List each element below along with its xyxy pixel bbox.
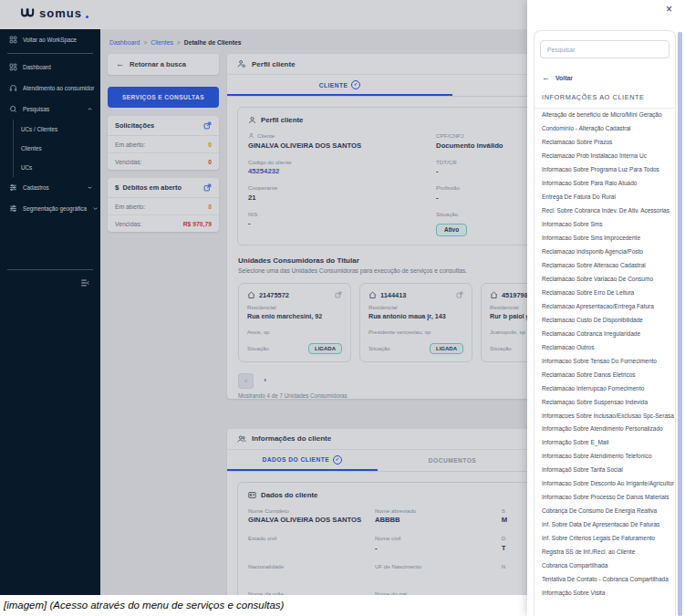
drawer-list-item[interactable]: Cobranca Compartilhada xyxy=(535,559,675,573)
chevron-down-icon xyxy=(87,184,93,191)
drawer-list-item[interactable]: Informação Sobre Visita xyxy=(535,587,675,600)
sidebar-item-segmentacao[interactable]: Segmentação geográfica xyxy=(0,198,100,219)
uc-status-badge: LIGADA xyxy=(430,343,463,354)
uc-type: Residencial xyxy=(247,304,342,310)
stat-value: 8 xyxy=(208,204,212,210)
drawer-list-item[interactable]: Reclamacao Apresentacao/Entrega Fatura xyxy=(535,300,675,314)
debitos-em-aberto-row: Em aberto: 8 xyxy=(108,198,219,215)
drawer-list-item[interactable]: Alteração de beneficio de Micro/Mini Ger… xyxy=(535,109,675,122)
drawer-list-item[interactable]: Informaçaõ Sobre Tarifa Social xyxy=(535,464,675,477)
drawer-list-item[interactable]: Reclamacao Outros xyxy=(535,340,675,354)
home-icon xyxy=(368,291,377,299)
sidebar-submenu-pesquisas: UCs / Clientes Clientes UCs xyxy=(13,120,100,177)
uc-number: 21475572 xyxy=(259,291,289,299)
drawer-list-item[interactable]: Informacao Sobre Sms xyxy=(535,218,675,232)
drawer-list-item[interactable]: Reclamacao Custo De Disponibilidade xyxy=(535,314,675,328)
stat-label: Em aberto: xyxy=(115,204,145,210)
drawer-list-item[interactable]: Informação Sobre Atendimento Personaliza… xyxy=(535,423,675,436)
sidebar-item-dashboard[interactable]: Dashboard xyxy=(0,57,100,78)
drawer-list-item[interactable]: Entrega De Fatura Do Rural xyxy=(535,191,675,204)
drawer-list-item[interactable]: Reclamacao Indisponib Agencia/Posto xyxy=(535,245,675,259)
tab-dados-do-cliente[interactable]: DADOS DO CLIENTE ✓ xyxy=(227,450,378,471)
drawer-list-item[interactable]: Reclamacao Sobre Alteracao Cadastral xyxy=(535,259,675,273)
sidebar-item-label: Segmentação geográfica xyxy=(23,205,87,212)
field-nome-civil: Nome civil- xyxy=(375,535,502,552)
field-cliente: Cliente GINALVA OLIVEIRA DOS SANTOS xyxy=(248,132,436,150)
pagination-next-button[interactable]: › xyxy=(258,373,272,387)
person-icon xyxy=(248,132,254,139)
check-circle-icon: ✓ xyxy=(351,80,360,89)
sidebar-item-label: Voltar ao WorkSpace xyxy=(23,37,77,43)
sidebar-subitem-label: UCs / Clientes xyxy=(21,126,57,132)
uc-card[interactable]: 1144413 Residencial Rua antonio maua jr,… xyxy=(359,283,472,362)
sidebar-item-ucs[interactable]: UCs xyxy=(14,158,100,177)
uc-status-badge: LIGADA xyxy=(308,343,342,354)
sidebar: Voltar ao WorkSpace Dashboard Atendiment… xyxy=(0,29,100,595)
drawer-list-item[interactable]: Informacao Sobre Sms Improcedente xyxy=(535,232,675,245)
drawer-list-item[interactable]: Reclamacao Sobre Variacao De Consumo xyxy=(535,273,675,287)
somus-logo: somus xyxy=(20,7,88,19)
drawer-list-item[interactable]: Tentativa De Contato - Cobranca Comparti… xyxy=(535,573,675,587)
sidebar-item-label: Dashboard xyxy=(23,64,51,70)
person-icon xyxy=(248,116,256,124)
uc-number: 1144413 xyxy=(380,291,406,299)
drawer-list-item[interactable]: Inf. Sobre Criterios Legais De Faturamen… xyxy=(535,532,675,546)
services-drawer: × ← Voltar INFORMAÇÕES AO CLIENTE Altera… xyxy=(527,0,685,616)
drawer-scrollbar[interactable] xyxy=(678,32,682,616)
tab-cliente[interactable]: CLIENTE ✓ xyxy=(227,75,452,96)
tab-documentos[interactable]: DOCUMENTOS xyxy=(378,450,528,471)
sidebar-item-cadastros[interactable]: Cadastros xyxy=(0,177,100,198)
drawer-list-item[interactable]: Reclamacao Sobre Prazos xyxy=(535,136,675,150)
drawer-list-item[interactable]: Inf. Sobre Data De Apresentacao De Fatur… xyxy=(535,518,675,532)
external-link-icon[interactable] xyxy=(335,291,342,298)
return-to-search-button[interactable]: ← Retornar a busca xyxy=(108,54,219,75)
drawer-list-item[interactable]: Informacao Sobre Programa Luz Para Todos xyxy=(535,163,675,177)
back-button[interactable]: ← Voltar xyxy=(535,60,675,89)
somus-logo-icon xyxy=(20,7,36,19)
drawer-list: Alteração de beneficio de Micro/Mini Ger… xyxy=(535,109,675,600)
breadcrumb-clientes[interactable]: Clientes xyxy=(150,39,173,46)
services-and-queries-button[interactable]: SERVIÇOS E CONSULTAS xyxy=(108,87,219,108)
drawer-list-item[interactable]: Informação Sobre E_Mail xyxy=(535,436,675,450)
drawer-list-item[interactable]: Informacao Sobre Atendimento Telefonico xyxy=(535,450,675,464)
drawer-list-item[interactable]: Recl. Sobre Cobranca Indev. De Ativ. Ace… xyxy=(535,204,675,218)
arrow-left-icon: ← xyxy=(542,75,550,81)
external-link-icon[interactable] xyxy=(456,291,463,298)
uc-card[interactable]: 21475572 Residencial Rua enio marchesini… xyxy=(238,283,351,362)
drawer-list-item[interactable]: Registra SS de Inf./Recl. ao Cliente xyxy=(535,546,675,559)
drawer-list-item[interactable]: Informacoes Sobre Inclusao/Exclusao Spc-… xyxy=(535,409,675,423)
stat-value: R$ 970,79 xyxy=(183,221,212,227)
drawer-list-item[interactable]: Reclamacao Prob Instalacao Interna Uc xyxy=(535,150,675,163)
close-icon[interactable]: × xyxy=(666,3,672,16)
drawer-list-item[interactable]: Reclamacao Sobre Danos Eletricos xyxy=(535,368,675,381)
drawer-list-item[interactable]: Informacao Sobre Tensao Do Fornecimento xyxy=(535,354,675,368)
pagination-prev-button[interactable]: ‹ xyxy=(238,373,254,389)
drawer-list-item[interactable]: Reclamacao Sobre Erro De Leitura xyxy=(535,287,675,300)
logo-dot xyxy=(86,16,89,19)
stat-label: Em aberto: xyxy=(115,141,145,148)
drawer-list-item[interactable]: Condomínio - Alteração Cadastral xyxy=(535,122,675,136)
drawer-list-item[interactable]: Reclamacao Cobranca Irregularidade xyxy=(535,328,675,341)
drawer-list-item[interactable]: Informacao Sobre Desconto Ao Irrigante/A… xyxy=(535,477,675,491)
external-link-icon[interactable] xyxy=(203,183,212,192)
id-card-icon xyxy=(248,491,256,499)
breadcrumb-dashboard[interactable]: Dashboard xyxy=(109,39,140,46)
sidebar-collapse-button[interactable] xyxy=(0,273,100,293)
workspace-grid-icon xyxy=(9,36,17,44)
sidebar-item-pesquisas[interactable]: Pesquisas xyxy=(0,99,100,120)
external-link-icon[interactable] xyxy=(203,121,212,130)
sidebar-item-workspace[interactable]: Voltar ao WorkSpace xyxy=(0,29,100,50)
debitos-card: $ Débitos em aberto Em aberto: 8 Vencida… xyxy=(108,178,219,232)
drawer-list-item[interactable]: Reclamaçao Sobre Suspensao Indevida xyxy=(535,395,675,409)
search-input[interactable] xyxy=(540,40,669,58)
sidebar-item-atendimento[interactable]: Atendimento ao consumidor xyxy=(0,78,100,99)
sidebar-item-clientes[interactable]: Clientes xyxy=(14,139,100,158)
drawer-list-item[interactable]: Informacao Sobre Processo De Danos Mater… xyxy=(535,491,675,505)
sliders-icon xyxy=(9,183,17,192)
person-gear-icon xyxy=(237,59,246,68)
drawer-list-item[interactable]: Cobrança De Consumo De Energia Reativa xyxy=(535,505,675,518)
breadcrumb-current: Detalhe de Clientes xyxy=(184,39,242,46)
drawer-list-item[interactable]: Informacao Sobre Para Raio Atuado xyxy=(535,177,675,191)
sidebar-item-ucs-clientes[interactable]: UCs / Clientes xyxy=(14,120,100,139)
drawer-list-item[interactable]: Reclamacao Interrupcao Fornecimento xyxy=(535,381,675,395)
